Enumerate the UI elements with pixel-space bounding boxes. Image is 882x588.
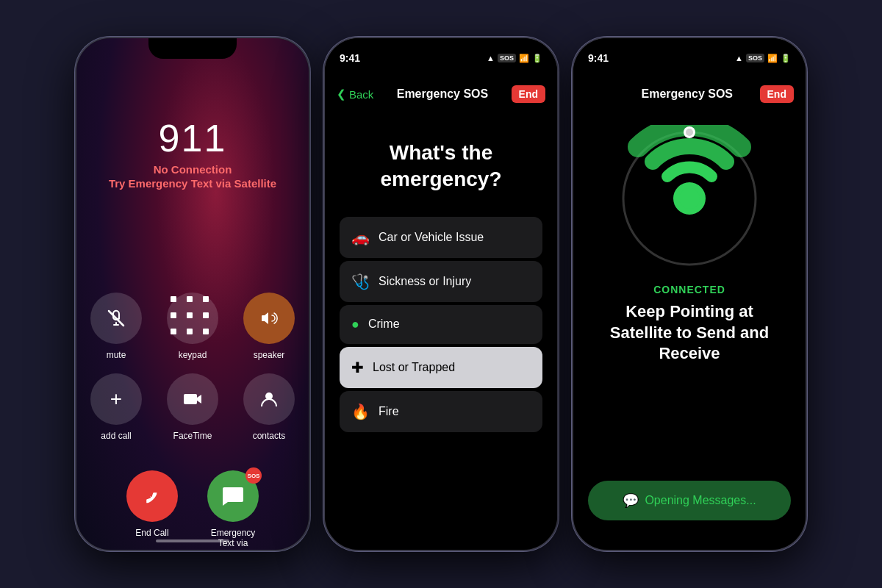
screen-title: Emergency SOS xyxy=(642,87,734,101)
add-call-button[interactable]: + add call xyxy=(87,373,146,441)
no-connection-text: No Connection xyxy=(154,163,232,176)
sickness-icon: 🩺 xyxy=(351,273,370,290)
car-vehicle-item[interactable]: 🚗 Car or Vehicle Issue xyxy=(340,217,542,258)
facetime-icon xyxy=(182,390,203,408)
crime-label: Crime xyxy=(368,318,400,331)
lost-trapped-label: Lost or Trapped xyxy=(373,361,455,374)
satellite-visual xyxy=(573,125,806,272)
phone-satellite-connected: 9:41 ▲ SOS 📶 🔋 Emergency SOS End xyxy=(572,37,807,551)
lost-icon: ✚ xyxy=(351,359,364,376)
call-buttons-bottom: + add call FaceTime xyxy=(87,373,298,441)
end-button[interactable]: End xyxy=(512,85,545,103)
contacts-icon xyxy=(259,389,279,409)
facetime-icon-circle[interactable] xyxy=(167,373,218,425)
speaker-icon-circle[interactable] xyxy=(243,293,295,344)
mute-icon-circle[interactable] xyxy=(90,293,142,344)
add-icon: + xyxy=(110,387,122,411)
crime-icon: ● xyxy=(351,317,359,332)
mute-button[interactable]: mute xyxy=(87,293,146,360)
car-vehicle-label: Car or Vehicle Issue xyxy=(379,231,484,244)
mute-icon xyxy=(106,308,126,329)
location-icon: ▲ xyxy=(735,54,743,62)
battery-icon: 🔋 xyxy=(781,54,791,63)
end-call-button-wrap[interactable]: End Call xyxy=(126,470,178,551)
speaker-label: speaker xyxy=(254,350,285,360)
message-bubble-icon: 💬 xyxy=(623,492,639,509)
contacts-button[interactable]: contacts xyxy=(240,373,298,441)
keep-pointing-text: Keep Pointing at Satellite to Send and R… xyxy=(573,301,806,365)
phone-emergency-sos: 9:41 ▲ SOS 📶 🔋 ❮ Back Emergency SOS End … xyxy=(323,37,559,551)
emergency-heading: What's the emergency? xyxy=(325,140,557,193)
crime-item[interactable]: ● Crime xyxy=(340,305,542,344)
signal-icon: 📶 xyxy=(519,54,529,63)
speaker-button[interactable]: speaker xyxy=(240,293,298,360)
sos-icon: SOS xyxy=(746,54,764,62)
message-icon xyxy=(220,484,245,509)
sickness-injury-item[interactable]: 🩺 Sickness or Injury xyxy=(340,261,542,302)
fire-item[interactable]: 🔥 Fire xyxy=(340,391,542,432)
dialed-number: 911 xyxy=(159,116,227,160)
back-button[interactable]: ❮ Back xyxy=(337,87,373,101)
sos-bubble: SOS xyxy=(245,467,262,484)
sickness-injury-label: Sickness or Injury xyxy=(379,275,471,288)
signal-icon: 📶 xyxy=(767,54,778,63)
emergency-text-label: Emergency Text via Satellite xyxy=(211,528,256,551)
emergency-sos-content: 9:41 ▲ SOS 📶 🔋 ❮ Back Emergency SOS End … xyxy=(325,38,557,550)
battery-icon: 🔋 xyxy=(532,54,542,63)
status-icons: ▲ SOS 📶 🔋 xyxy=(487,54,542,63)
car-icon: 🚗 xyxy=(351,229,370,246)
satellite-radar xyxy=(616,125,763,272)
back-label: Back xyxy=(349,88,373,101)
fire-icon: 🔥 xyxy=(351,403,370,420)
emergency-text-icon-circle[interactable]: SOS xyxy=(207,470,259,522)
try-satellite-text: Try Emergency Text via Satellite xyxy=(109,177,276,190)
end-call-icon xyxy=(142,486,162,506)
status-time: 9:41 xyxy=(588,52,609,64)
mute-label: mute xyxy=(107,350,126,360)
notch xyxy=(645,38,734,59)
nav-bar: ❮ Back Emergency SOS End xyxy=(325,78,557,110)
end-call-label: End Call xyxy=(135,528,168,538)
satellite-screen-content: 9:41 ▲ SOS 📶 🔋 Emergency SOS End xyxy=(573,38,806,550)
end-button[interactable]: End xyxy=(760,85,794,103)
add-call-icon-circle[interactable]: + xyxy=(90,373,142,425)
contacts-icon-circle[interactable] xyxy=(243,373,295,425)
emergency-list: 🚗 Car or Vehicle Issue 🩺 Sickness or Inj… xyxy=(325,217,557,434)
spacer xyxy=(573,365,806,481)
emergency-text-button-wrap[interactable]: SOS Emergency Text via Satellite xyxy=(207,470,259,551)
svg-rect-1 xyxy=(184,394,197,404)
fire-label: Fire xyxy=(379,405,399,418)
call-screen-content: 9:41 SOS 📶 🔋 911 No Connection Try Emerg… xyxy=(76,38,309,550)
screen-title: Emergency SOS xyxy=(397,87,489,101)
status-icons: ▲ SOS 📶 🔋 xyxy=(735,54,791,63)
add-call-label: add call xyxy=(101,431,131,441)
keypad-button[interactable]: keypad xyxy=(163,293,222,360)
notch xyxy=(148,38,237,59)
sos-icon: SOS xyxy=(498,54,516,62)
location-icon: ▲ xyxy=(487,54,495,62)
action-buttons: End Call SOS Emergency Text via Satellit… xyxy=(126,470,259,551)
facetime-button[interactable]: FaceTime xyxy=(163,373,222,441)
speaker-icon xyxy=(259,308,279,329)
keypad-icon xyxy=(171,296,215,340)
keypad-label: keypad xyxy=(179,350,207,360)
opening-messages-button[interactable]: 💬 Opening Messages... xyxy=(588,481,791,520)
svg-point-5 xyxy=(679,188,700,209)
call-buttons-top: mute keypad xyxy=(87,293,298,360)
opening-messages-label: Opening Messages... xyxy=(645,494,756,507)
lost-trapped-item[interactable]: ✚ Lost or Trapped xyxy=(340,347,542,388)
chevron-left-icon: ❮ xyxy=(337,87,346,101)
notch xyxy=(397,38,485,59)
keypad-icon-circle[interactable] xyxy=(167,293,218,344)
contacts-label: contacts xyxy=(253,431,286,441)
nav-bar: Emergency SOS End xyxy=(573,78,806,110)
phone-call-screen: 9:41 SOS 📶 🔋 911 No Connection Try Emerg… xyxy=(75,37,310,551)
end-call-icon-circle[interactable] xyxy=(126,470,178,522)
svg-point-7 xyxy=(686,129,693,136)
status-time: 9:41 xyxy=(340,52,360,64)
facetime-label: FaceTime xyxy=(173,431,212,441)
connected-label: CONNECTED xyxy=(573,284,806,295)
